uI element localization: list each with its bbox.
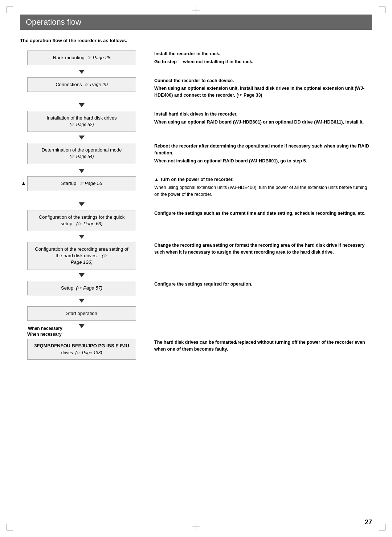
ref-config-recording: (☞ <box>102 253 107 258</box>
arrow-down-8 <box>79 299 85 303</box>
arrow-7 <box>20 270 372 281</box>
arrow-down-9 <box>79 324 85 328</box>
arrow-9-when-necessary: When necessary <box>20 321 372 332</box>
box-startup: Startup ☞ Page 55 <box>27 176 136 191</box>
desc-operational-mode-p2: When not installing an optional RAID boa… <box>154 158 372 165</box>
desc-rack-mounting: Install the recorder in the rack. Go to … <box>143 51 372 66</box>
flow-box-rack-mounting: Rack mounting ☞ Page 28 <box>20 51 143 65</box>
desc-encoded-p1: The hard disk drives can be formatted/re… <box>154 339 372 353</box>
desc-connections-p2: When using an optional extension unit, i… <box>154 85 372 99</box>
encoded-label-1: 3FQMBDFNFOU BEEJUJPO PG IBS E EJU <box>34 343 129 348</box>
arrow-down-2 <box>79 103 85 107</box>
box-installation-hdd: Installation of the hard disk drives (☞ … <box>27 111 136 132</box>
step-setup: Setup (☞ Page 57) Configure the settings… <box>20 281 372 295</box>
arrow-spacer-7 <box>27 270 136 281</box>
arrow-8 <box>20 295 372 306</box>
desc-config-recording: Change the recording area setting or for… <box>143 242 372 257</box>
desc-rack-mounting-p1: Install the recorder in the rack. <box>154 51 372 57</box>
when-necessary-label-display: When necessary <box>27 332 372 337</box>
corner-mark-br <box>379 524 385 530</box>
cross-mark-bottom <box>192 523 200 530</box>
intro-text: The operation flow of the recorder is as… <box>20 38 372 43</box>
box-encoded: 3FQMBDFNFOU BEEJUJPO PG IBS E EJU drives… <box>27 339 136 360</box>
step-operational-mode: Determination of the operational mode (☞… <box>20 143 372 165</box>
desc-config-quick: Configure the settings such as the curre… <box>143 210 372 218</box>
box-connections: Connections ☞ Page 29 <box>27 77 136 92</box>
desc-setup: Configure the settings required for oper… <box>143 281 372 289</box>
desc-rack-mounting-p2: Go to step when not installing it in the… <box>154 58 372 65</box>
label-operational-mode: Determination of the operational mode <box>41 147 122 153</box>
step-start-operation: Start operation <box>20 306 372 321</box>
step-startup: ▲ Startup ☞ Page 55 ▲ Turn on the power … <box>20 176 372 199</box>
arrow-down-6 <box>79 235 85 239</box>
desc-startup: ▲ Turn on the power of the recorder. Whe… <box>143 176 372 199</box>
step-config-recording: Configuration of the recording area sett… <box>20 242 372 270</box>
desc-startup-p2: When using optional extension units (WJ-… <box>154 184 372 198</box>
step-rack-mounting: Rack mounting ☞ Page 28 Install the reco… <box>20 51 372 66</box>
arrow-spacer-2 <box>27 100 136 111</box>
desc-installation-hdd: Install hard disk drives in the recorder… <box>143 111 372 127</box>
box-start-operation: Start operation <box>27 306 136 321</box>
arrow-spacer-4 <box>27 165 136 176</box>
arrow-4 <box>20 165 372 176</box>
desc-config-recording-p1: Change the recording area setting or for… <box>154 242 372 256</box>
page-title: Operations flow <box>20 15 372 30</box>
arrow-1 <box>20 66 372 77</box>
desc-operational-mode-p1: Reboot the recorder after determining th… <box>154 143 372 157</box>
label-config-recording: Configuration of the recording area sett… <box>35 246 128 258</box>
arrow-3 <box>20 132 372 143</box>
cross-mark-top <box>192 7 200 14</box>
box-operational-mode: Determination of the operational mode (☞… <box>27 143 136 164</box>
step-config-quick: Configuration of the settings for the qu… <box>20 210 372 231</box>
label-startup: Startup ☞ Page 55 <box>61 181 102 186</box>
ref-config-recording-page: Page 126) <box>71 259 93 265</box>
label-rack-mounting: Rack mounting ☞ Page 28 <box>53 55 110 60</box>
label-config-quick: Configuration of the settings for the qu… <box>39 214 124 226</box>
box-config-quick: Configuration of the settings for the qu… <box>27 210 136 231</box>
desc-operational-mode: Reboot the recorder after determining th… <box>143 143 372 165</box>
startup-left-marker: ▲ <box>21 180 26 187</box>
desc-installation-hdd-p2: When using an optional RAID board (WJ-HD… <box>154 119 372 126</box>
corner-mark-tr <box>379 7 385 13</box>
arrow-spacer-8 <box>27 295 136 306</box>
label-start-operation: Start operation <box>66 311 97 316</box>
ref-config-quick: (☞ Page 63) <box>76 221 103 226</box>
step-bottom-encoded: 3FQMBDFNFOU BEEJUJPO PG IBS E EJU drives… <box>20 339 372 360</box>
ref-connections: ☞ Page 29 <box>85 82 108 87</box>
label-installation-hdd: Installation of the hard disk drives <box>47 115 117 121</box>
arrow-down-5 <box>79 202 85 206</box>
page-number: 27 <box>365 518 372 526</box>
step-installation-hdd: Installation of the hard disk drives (☞ … <box>20 111 372 132</box>
when-necessary-label: When necessary <box>28 326 62 331</box>
desc-config-quick-p1: Configure the settings such as the curre… <box>154 210 372 217</box>
arrow-2 <box>20 100 372 111</box>
ref-encoded: (☞ Page 133) <box>75 350 102 355</box>
corner-mark-bl <box>7 524 13 530</box>
arrow-spacer-1 <box>27 66 136 77</box>
desc-installation-hdd-p1: Install hard disk drives in the recorder… <box>154 111 372 118</box>
ref-startup: ☞ Page 55 <box>79 181 102 186</box>
step-connections: Connections ☞ Page 29 Connect the record… <box>20 77 372 100</box>
arrow-down-4 <box>79 169 85 173</box>
label-setup: Setup (☞ Page 57) <box>61 285 102 291</box>
ref-setup: (☞ Page 57) <box>76 285 102 291</box>
arrow-spacer-3 <box>27 132 136 143</box>
arrow-6 <box>20 231 372 242</box>
encoded-label-2: drives (☞ Page 133) <box>61 350 102 355</box>
arrow-5 <box>20 199 372 210</box>
corner-mark-tl <box>7 7 13 13</box>
desc-connections-p1: Connect the recorder to each device. <box>154 77 372 84</box>
arrow-down-3 <box>79 136 85 140</box>
ref-installation-hdd: (☞ Page 52) <box>69 122 94 127</box>
label-connections: Connections ☞ Page 29 <box>56 82 108 87</box>
box-setup: Setup (☞ Page 57) <box>27 281 136 295</box>
desc-encoded: The hard disk drives can be formatted/re… <box>143 339 372 354</box>
arrow-spacer-6 <box>27 231 136 242</box>
box-config-recording: Configuration of the recording area sett… <box>27 242 136 270</box>
box-rack-mounting: Rack mounting ☞ Page 28 <box>27 51 136 65</box>
arrow-down-7 <box>79 273 85 277</box>
desc-connections: Connect the recorder to each device. Whe… <box>143 77 372 100</box>
ref-operational-mode: (☞ Page 54) <box>69 154 94 159</box>
desc-startup-p1: ▲ Turn on the power of the recorder. <box>154 176 372 183</box>
ref-rack-mounting: ☞ Page 28 <box>87 55 110 60</box>
